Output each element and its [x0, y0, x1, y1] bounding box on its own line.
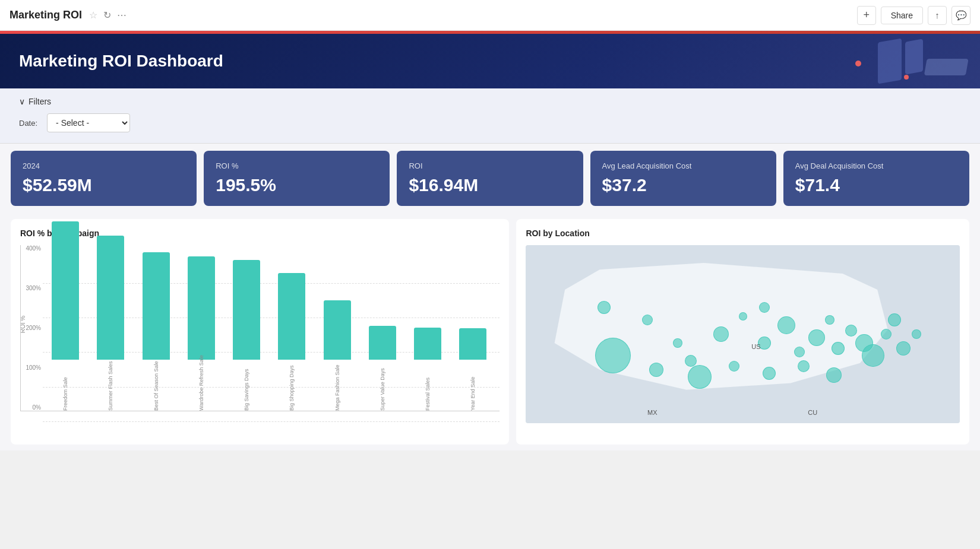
refresh-icon[interactable]: ↻	[103, 9, 111, 21]
map-bubble	[739, 312, 747, 320]
map-bubble	[825, 315, 834, 325]
date-select[interactable]: - Select -202420232022Q1 2024Q2 2024Q3 2…	[47, 113, 130, 132]
map-bubble	[832, 342, 845, 355]
bar-x-label: Super Value Days	[380, 363, 385, 411]
bar-x-label: Mega Fashion Sale	[334, 363, 340, 411]
kpi-card: 2024 $52.59M	[11, 151, 197, 206]
bar[interactable]	[324, 300, 351, 360]
kpi-label: Avg Deal Acquisition Cost	[795, 161, 957, 170]
kpi-label: ROI %	[216, 161, 378, 170]
map-location-label: MX	[647, 409, 657, 416]
bar[interactable]	[143, 252, 170, 360]
decor-dot-2	[904, 75, 909, 80]
bar-wrapper[interactable]: Summer Flash Sales	[90, 236, 131, 411]
bar[interactable]	[52, 221, 79, 360]
bar-wrapper[interactable]: Freedom Sale	[45, 221, 86, 411]
chart-grid-line	[43, 421, 500, 422]
bar[interactable]	[97, 236, 124, 360]
filter-row: Date: - Select -202420232022Q1 2024Q2 20…	[19, 113, 961, 132]
bar[interactable]	[414, 328, 441, 360]
map-location-label: US	[751, 343, 760, 350]
share-button[interactable]: Share	[881, 7, 923, 24]
comment-button[interactable]: 💬	[951, 6, 970, 25]
kpi-value: 195.5%	[216, 175, 378, 195]
top-bar-actions: + Share ↑ 💬	[857, 6, 970, 25]
bar-x-label: Big Shopping Days	[289, 363, 295, 411]
kpi-card: Avg Deal Acquisition Cost $71.4	[783, 151, 969, 206]
map-bubble	[759, 302, 770, 313]
bar-wrapper[interactable]: Wardrobe Refresh Sale	[181, 256, 222, 411]
map-bubble	[777, 316, 795, 334]
bar-wrapper[interactable]: Year End Sale	[452, 328, 494, 411]
map-location-label: CU	[808, 409, 817, 416]
bar-wrapper[interactable]: Mega Fashion Sale	[317, 300, 358, 411]
bar-x-label: Summer Flash Sales	[108, 363, 113, 411]
map-chart-title: ROI by Location	[526, 229, 960, 238]
map-background	[526, 245, 960, 423]
kpi-card: Avg Lead Acquisition Cost $37.2	[590, 151, 776, 206]
bar-x-label: Festival Sales	[425, 363, 431, 411]
map-bubble	[673, 338, 682, 348]
dashboard-title: Marketing ROI Dashboard	[19, 52, 223, 71]
map-bubble	[912, 329, 921, 339]
kpi-card: ROI % 195.5%	[204, 151, 390, 206]
kpi-value: $71.4	[795, 175, 957, 195]
kpi-label: Avg Lead Acquisition Cost	[602, 161, 764, 170]
map-bubble	[763, 367, 776, 380]
top-bar: Marketing ROI ☆ ↻ ⋯ + Share ↑ 💬	[0, 0, 980, 31]
map-bubble	[845, 325, 857, 337]
kpi-label: ROI	[409, 161, 571, 170]
bar-wrapper[interactable]: Best Of Season Sale	[135, 252, 177, 411]
dashboard-banner: Marketing ROI Dashboard	[0, 34, 980, 88]
bar[interactable]	[188, 256, 215, 360]
bar-wrapper[interactable]: Big Savings Days	[226, 260, 267, 411]
add-button[interactable]: +	[857, 6, 876, 25]
bar[interactable]	[459, 328, 486, 360]
bar[interactable]	[278, 273, 305, 360]
y-axis-label: 400%	[26, 245, 41, 252]
bar[interactable]	[369, 326, 396, 360]
date-label: Date:	[19, 119, 37, 128]
more-icon[interactable]: ⋯	[117, 9, 127, 21]
bar-chart-panel: ROI % by Campaign ROI %400%300%200%100%0…	[11, 219, 509, 445]
export-button[interactable]: ↑	[928, 6, 947, 25]
map-chart-panel: ROI by Location USMXCU	[516, 219, 969, 445]
filters-toggle[interactable]: ∨ Filters	[19, 97, 961, 106]
bar-wrapper[interactable]: Big Shopping Days	[271, 273, 312, 411]
kpi-row: 2024 $52.59M ROI % 195.5% ROI $16.94M Av…	[0, 144, 980, 213]
bar-x-label: Best Of Season Sale	[153, 363, 159, 411]
decor-dot-1	[855, 61, 861, 66]
y-axis-label: 200%	[26, 325, 41, 331]
map-bubble	[862, 344, 884, 367]
map-bubble	[649, 363, 663, 377]
chevron-down-icon: ∨	[19, 97, 25, 106]
y-axis-label: 0%	[33, 404, 41, 411]
star-icon[interactable]: ☆	[89, 9, 97, 21]
kpi-label: 2024	[23, 161, 185, 170]
banner-decoration	[878, 40, 968, 82]
filters-area: ∨ Filters Date: - Select -202420232022Q1…	[0, 88, 980, 144]
map-bubble	[888, 313, 901, 326]
page-title: Marketing ROI	[10, 9, 82, 21]
kpi-value: $37.2	[602, 175, 764, 195]
map-bubble	[642, 315, 653, 325]
bar-wrapper[interactable]: Festival Sales	[407, 328, 448, 411]
map-bubble	[881, 329, 892, 339]
map-bubble	[713, 326, 729, 342]
map-bubble	[729, 361, 739, 372]
map-container: USMXCU	[526, 245, 960, 423]
map-bubble	[794, 347, 805, 357]
charts-row: ROI % by Campaign ROI %400%300%200%100%0…	[0, 213, 980, 450]
bar-chart: 400%300%200%100%0%Freedom SaleSummer Fla…	[20, 245, 500, 411]
bar-wrapper[interactable]: Super Value Days	[362, 326, 403, 411]
kpi-value: $52.59M	[23, 175, 185, 195]
bar-x-label: Wardrobe Refresh Sale	[198, 363, 204, 411]
map-bubble	[688, 365, 712, 389]
kpi-value: $16.94M	[409, 175, 571, 195]
map-bubble	[798, 360, 810, 372]
bar-x-label: Freedom Sale	[62, 363, 68, 411]
y-axis-labels: 400%300%200%100%0%	[21, 245, 43, 411]
y-axis-label: 300%	[26, 285, 41, 291]
bar[interactable]	[233, 260, 260, 360]
map-bubble	[595, 338, 631, 373]
